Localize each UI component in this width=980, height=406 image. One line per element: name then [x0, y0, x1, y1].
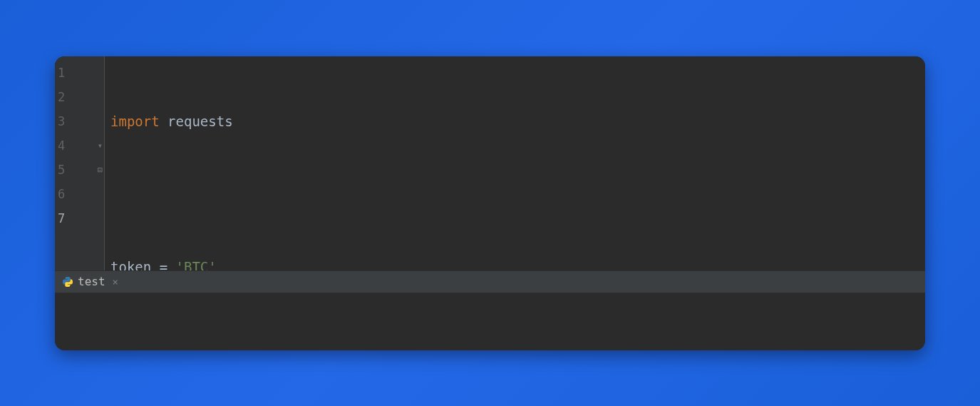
ide-window: 1 2 3 4▾ 5⊟ 6 7 import requests token = …: [55, 56, 925, 350]
fold-minus-icon[interactable]: ⊟: [98, 158, 103, 182]
python-icon: [62, 276, 73, 288]
line-number[interactable]: 7: [55, 206, 104, 230]
run-tab-label: test: [78, 275, 105, 288]
code-line[interactable]: import requests: [110, 109, 925, 133]
console-line-command: C:\Users\\PycharmProjects\tests\venv\Scr…: [72, 349, 925, 350]
line-number[interactable]: 5⊟: [55, 158, 104, 182]
editor-gutter[interactable]: 1 2 3 4▾ 5⊟ 6 7: [55, 56, 105, 270]
code-editor[interactable]: import requests token = 'BTC' response =…: [105, 56, 925, 270]
close-icon[interactable]: ×: [113, 276, 118, 288]
code-line[interactable]: token = 'BTC': [110, 255, 925, 270]
fold-start-icon[interactable]: ▾: [98, 133, 103, 158]
line-number[interactable]: 3: [55, 109, 104, 133]
line-number[interactable]: 6: [55, 182, 104, 206]
editor-pane: 1 2 3 4▾ 5⊟ 6 7 import requests token = …: [55, 56, 925, 270]
run-tab-test[interactable]: test ×: [59, 271, 124, 293]
run-tool-header: test ×: [55, 270, 925, 293]
run-console[interactable]: C:\Users\\PycharmProjects\tests\venv\Scr…: [55, 293, 925, 350]
code-line[interactable]: [110, 182, 925, 206]
line-number[interactable]: 4▾: [55, 133, 104, 158]
line-number[interactable]: 1: [55, 61, 104, 85]
line-number[interactable]: 2: [55, 85, 104, 109]
